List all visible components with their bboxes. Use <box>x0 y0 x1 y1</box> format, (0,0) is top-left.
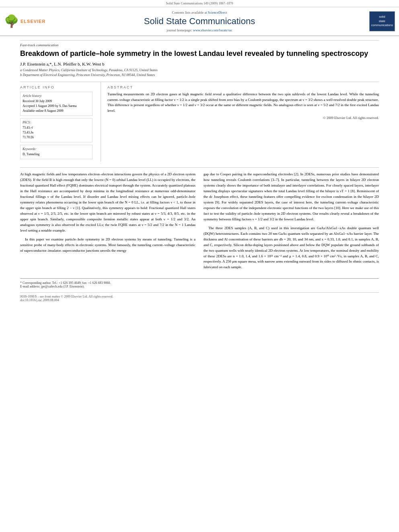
footer-bar: 0038-1098/$ – see front matter © 2009 El… <box>20 292 379 302</box>
info-abstract-section: ARTICLE INFO Article history: Received 3… <box>20 82 379 162</box>
available-text: Available online 8 August 2009 <box>23 109 90 113</box>
ssc-line2: state <box>371 19 393 24</box>
footnote-star: * Corresponding author. Tel.: +1 626 395… <box>20 281 379 285</box>
abstract-label: ABSTRACT <box>107 85 379 89</box>
ssc-line1: solid <box>371 15 393 19</box>
body-left-p1: At high magnetic fields and low temperat… <box>20 172 195 233</box>
keywords-label: Keywords: <box>23 147 90 151</box>
article-info-label: ARTICLE INFO <box>20 85 93 89</box>
body-right-p2: The three 2DES samples (A, B, and C) use… <box>204 226 379 271</box>
journal-header: 🌳 ELSEVIER Contents lists available at S… <box>0 7 399 36</box>
footnote-email: E-mail address: jpe@caltech.edu (J.P. Ei… <box>20 285 379 288</box>
article-body: Fast-track communication Breakdown of pa… <box>0 36 399 306</box>
footnote-section: * Corresponding author. Tel.: +1 626 395… <box>20 278 379 288</box>
affiliation-b: b Department of Electrical Engineering, … <box>20 73 379 77</box>
pacs-box: PACS: 73.43.-f 73.43.Jn 71.70.Di <box>20 118 93 142</box>
homepage-prefix: journal homepage: <box>167 28 192 32</box>
sciencedirect-link[interactable]: ScienceDirect <box>208 10 227 14</box>
affiliation-a: a Condensed Matter Physics, California I… <box>20 68 379 72</box>
received-text: Received 30 July 2009 <box>23 99 90 104</box>
article-history-box: Article history: Received 30 July 2009 A… <box>20 92 93 116</box>
ssc-line3: communications <box>371 23 393 28</box>
body-right-col: gap due to Cooper pairing in the superco… <box>204 172 379 273</box>
body-left-p2: In this paper we examine particle–hole s… <box>20 237 195 254</box>
elsevier-logo-container: 🌳 ELSEVIER <box>4 15 40 27</box>
elsevier-logo: 🌳 ELSEVIER <box>4 15 40 27</box>
body-right-p1: gap due to Cooper pairing in the superco… <box>204 172 379 222</box>
article-info-col: ARTICLE INFO Article history: Received 3… <box>20 82 93 162</box>
ssc-badge-container: solid state communications <box>359 11 395 31</box>
two-col-body: At high magnetic fields and low temperat… <box>20 172 379 273</box>
homepage-line: journal homepage: www.elsevier.com/locat… <box>40 28 359 32</box>
article-title: Breakdown of particle–hole symmetry in t… <box>20 49 379 58</box>
keywords-text: D, Tunneling <box>23 152 90 157</box>
abstract-text: Tunneling measurements on 2D electron ga… <box>107 92 379 113</box>
copyright-line: © 2009 Elsevier Ltd. All rights reserved… <box>107 116 379 120</box>
authors-text: J.P. Eisenstein a,*, L.N. Pfeiffer b, K.… <box>20 62 104 66</box>
fast-track-label: Fast-track communication <box>20 40 379 47</box>
history-label: Article history: <box>23 94 90 98</box>
ssc-badge: solid state communications <box>369 11 395 31</box>
journal-citation: Solid State Communications 149 (2009) 18… <box>166 2 233 5</box>
keywords-box: Keywords: D, Tunneling <box>20 145 93 159</box>
contents-line: Contents lists available at ScienceDirec… <box>40 10 359 14</box>
journal-top-bar: Solid State Communications 149 (2009) 18… <box>0 0 399 7</box>
authors-line: J.P. Eisenstein a,*, L.N. Pfeiffer b, K.… <box>20 62 379 66</box>
pacs-label: PACS: <box>23 121 90 124</box>
journal-center: Contents lists available at ScienceDirec… <box>40 10 359 32</box>
footer-text: 0038-1098/$ – see front matter © 2009 El… <box>20 295 379 302</box>
abstract-col: ABSTRACT Tunneling measurements on 2D el… <box>101 82 379 162</box>
body-left-col: At high magnetic fields and low temperat… <box>20 172 195 273</box>
contents-prefix: Contents lists available at <box>172 10 207 14</box>
homepage-link[interactable]: www.elsevier.com/locate/ssc <box>193 28 232 32</box>
body-text-section: At high magnetic fields and low temperat… <box>20 167 379 302</box>
pacs-codes: 73.43.-f 73.43.Jn 71.70.Di <box>23 125 90 140</box>
accepted-text: Accepted 1 August 2009 by S. Das Sarma <box>23 104 90 109</box>
tree-icon: 🌳 <box>4 15 19 27</box>
journal-title: Solid State Communications <box>40 16 359 27</box>
